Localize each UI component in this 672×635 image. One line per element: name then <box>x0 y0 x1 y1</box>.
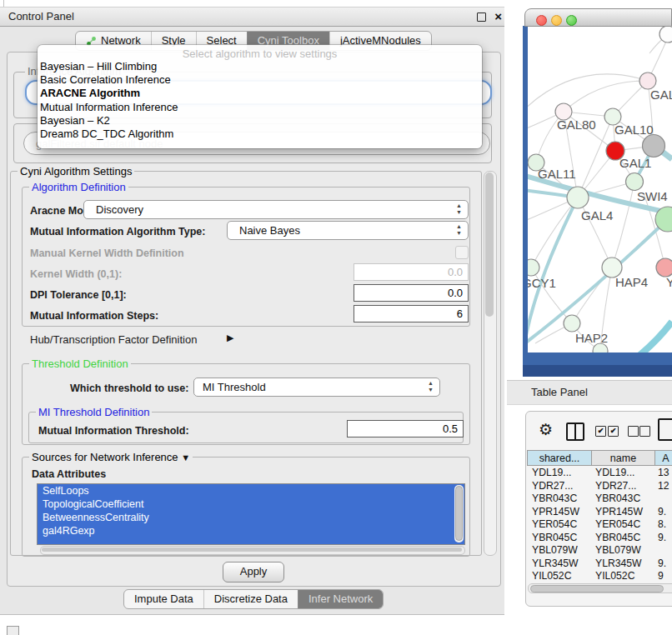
node-label: GAL <box>650 88 672 102</box>
mi-threshold-group-title: MI Threshold Definition <box>36 406 152 418</box>
mi-type-combo[interactable]: Naive Bayes ▲▼ <box>227 221 469 240</box>
which-threshold-label: Which threshold to use: <box>70 382 188 394</box>
stepper-arrows-icon: ▲▼ <box>428 380 434 393</box>
which-threshold-combo[interactable]: MI Threshold ▲▼ <box>193 378 440 397</box>
mi-steps-field[interactable]: 6 <box>354 305 469 322</box>
data-attributes-label: Data Attributes <box>32 468 106 480</box>
table-row[interactable]: YER054CYER054C8. <box>527 518 672 532</box>
network-node[interactable] <box>643 135 665 158</box>
column-header-shared-name[interactable]: shared... <box>527 450 592 466</box>
attribute-item[interactable]: SelfLoops <box>38 484 448 498</box>
tab-discretize-data[interactable]: Discretize Data <box>203 590 298 608</box>
sources-group-title[interactable]: Sources for Network Inference ▼ <box>29 451 193 463</box>
table-panel-titlebar: Table Panel <box>507 380 672 405</box>
network-node[interactable] <box>567 187 589 208</box>
algorithm-option[interactable]: Bayesian – Hill Climbing <box>40 60 479 73</box>
manual-kernel-checkbox[interactable] <box>455 246 469 259</box>
algorithm-option[interactable]: Mutual Information Inference <box>40 101 479 114</box>
algorithm-option[interactable]: Basic Correlation Inference <box>40 73 479 87</box>
table-hscrollbar-thumb[interactable] <box>530 585 664 592</box>
collapse-down-icon[interactable]: ▼ <box>181 452 190 462</box>
aracne-mode-combo[interactable]: Discovery ▲▼ <box>83 200 469 219</box>
data-attributes-list[interactable]: SelfLoopsTopologicalCoefficientBetweenne… <box>37 483 465 545</box>
network-node[interactable] <box>656 258 672 277</box>
settings-scrollbar-thumb[interactable] <box>485 172 494 317</box>
network-window-titlebar[interactable] <box>524 8 672 27</box>
table-row[interactable]: YLR345WYLR345W9. <box>527 558 672 571</box>
dpi-tolerance-label: DPI Tolerance [0,1]: <box>30 289 127 301</box>
table-row[interactable]: YDL19...YDL19...13 <box>527 467 672 480</box>
table-row[interactable]: YIL052CYIL052C9 <box>527 570 672 583</box>
kernel-width-field[interactable]: 0.0 <box>354 263 469 281</box>
minimize-traffic-light[interactable] <box>551 15 562 26</box>
attribute-item[interactable]: gal4RGexp <box>38 524 448 538</box>
checked-checkbox-icon[interactable]: ✔ <box>595 426 606 437</box>
settings-scrollbar[interactable] <box>484 171 497 556</box>
expand-right-icon[interactable]: ▶ <box>227 332 233 343</box>
node-label: GAL4 <box>581 208 613 222</box>
apply-button[interactable]: Apply <box>223 562 284 582</box>
control-panel-titlebar: Control Panel × <box>0 7 504 27</box>
unchecked-checkbox-icon[interactable] <box>639 426 650 437</box>
mi-threshold-field[interactable]: 0.5 <box>347 420 464 438</box>
table-row[interactable]: YDR27...YDR27...12 <box>527 480 672 493</box>
threshold-definition-title: Threshold Definition <box>29 358 131 370</box>
tab-infer-network[interactable]: Infer Network <box>298 590 383 608</box>
algorithm-dropdown-popup: Select algorithm to view settings Bayesi… <box>38 45 482 148</box>
algorithm-option[interactable]: Bayesian – K2 <box>40 114 479 128</box>
zoom-traffic-light[interactable] <box>566 15 577 26</box>
table-row[interactable]: YBR043CYBR043C <box>527 492 672 506</box>
table-panel-title: Table Panel <box>531 381 588 404</box>
network-edge <box>564 81 648 112</box>
close-traffic-light[interactable] <box>536 15 547 26</box>
table-row[interactable]: YBL079WYBL079W <box>527 544 672 558</box>
node-label: GAL10 <box>614 122 654 137</box>
attributes-scrollbar[interactable] <box>454 485 464 542</box>
node-label: SWI4 <box>637 189 668 203</box>
node-label: HAP4 <box>615 275 648 289</box>
node-table-rows: YDL19...YDL19...13YDR27...YDR27...12YBR0… <box>527 467 672 585</box>
table-row[interactable]: YBR045CYBR045C9. <box>527 532 672 545</box>
document-icon[interactable] <box>658 418 672 441</box>
node-label: GAL80 <box>557 118 596 132</box>
mi-threshold-label: Mutual Information Threshold: <box>38 425 189 437</box>
algorithm-option[interactable]: Dream8 DC_TDC Algorithm <box>40 128 479 141</box>
checked-checkbox-icon[interactable]: ✔ <box>608 426 619 437</box>
float-window-icon[interactable] <box>477 12 486 22</box>
control-panel-title: Control Panel <box>8 8 74 26</box>
column-header-partial[interactable]: A <box>655 450 672 466</box>
column-header-name[interactable]: name <box>592 450 655 466</box>
network-node[interactable] <box>564 315 580 332</box>
attributes-scrollbar-thumb[interactable] <box>455 486 463 541</box>
hub-definition-expander[interactable]: Hub/Transcription Factor Definition <box>30 333 197 346</box>
network-node[interactable] <box>626 173 644 191</box>
network-node[interactable] <box>659 27 672 42</box>
table-hscrollbar[interactable] <box>528 583 672 593</box>
table-row[interactable]: YPR145WYPR145W9. <box>527 506 672 519</box>
window-edge-line <box>3 0 4 7</box>
dropdown-placeholder: Select algorithm to view settings <box>38 48 482 60</box>
mi-steps-label: Mutual Information Steps: <box>30 310 158 322</box>
attribute-item[interactable]: BetweennessCentrality <box>38 511 448 524</box>
network-node[interactable] <box>639 72 656 89</box>
gear-icon[interactable]: ⚙ <box>539 420 553 438</box>
collapsed-panel-icon[interactable] <box>7 626 19 635</box>
stepper-arrows-icon: ▲▼ <box>456 223 462 237</box>
algorithm-option[interactable]: ARACNE Algorithm <box>40 87 479 100</box>
attributes-hscrollbar[interactable] <box>40 546 465 555</box>
dpi-tolerance-field[interactable]: 0.0 <box>354 284 469 302</box>
network-edge <box>619 322 672 352</box>
close-icon[interactable]: × <box>494 8 502 25</box>
network-canvas-svg: GALGAL80GAL10GAL1SWI4GAL11GAL4GCY1HAP4YH… <box>528 27 672 352</box>
unchecked-checkbox-icon[interactable] <box>628 426 639 437</box>
algorithm-dropdown-list: Bayesian – Hill ClimbingBasic Correlatio… <box>40 60 479 141</box>
kernel-width-label: Kernel Width (0,1): <box>30 268 122 280</box>
table-header: shared... name A <box>527 450 672 466</box>
network-view[interactable]: GALGAL80GAL10GAL1SWI4GAL11GAL4GCY1HAP4YH… <box>528 27 672 352</box>
network-node[interactable] <box>528 259 539 276</box>
network-edge <box>528 74 648 111</box>
node-label: GCY1 <box>528 276 556 290</box>
split-columns-icon[interactable] <box>566 422 584 441</box>
attribute-item[interactable]: TopologicalCoefficient <box>38 498 448 511</box>
tab-impute-data[interactable]: Impute Data <box>124 590 203 608</box>
